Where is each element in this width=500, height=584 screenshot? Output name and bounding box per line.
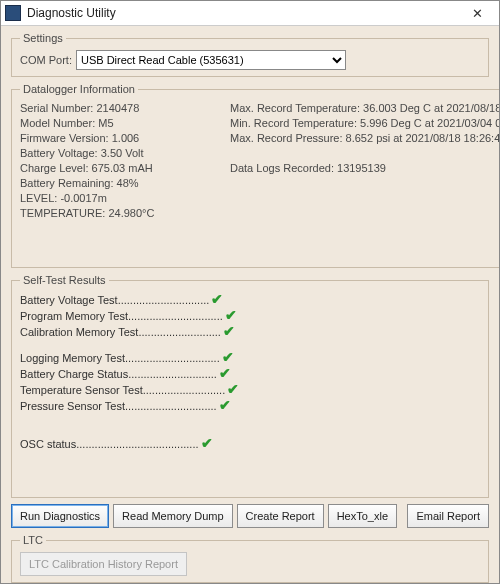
selftest-row: Temperature Sensor Test.................… (20, 382, 480, 398)
selftest-name: OSC status (20, 438, 76, 450)
ltc-legend: LTC (20, 534, 46, 546)
run-diagnostics-button[interactable]: Run Diagnostics (11, 504, 109, 528)
charge-level-label: Charge Level: (20, 162, 89, 174)
battery-remaining-value: 48% (117, 177, 139, 189)
datalogger-info-group: Datalogger Information Serial Number: 21… (11, 83, 499, 268)
level-label: LEVEL: (20, 192, 57, 204)
selftest-row: Battery Voltage Test....................… (20, 292, 480, 308)
level-value: -0.0017m (60, 192, 106, 204)
model-label: Model Number: (20, 117, 95, 129)
dots: ........................................ (76, 438, 198, 450)
check-icon: ✔ (199, 435, 215, 451)
selftest-row: Pressure Sensor Test....................… (20, 398, 480, 414)
selftest-row: Program Memory Test.....................… (20, 308, 480, 324)
selftest-name: Calibration Memory Test (20, 326, 138, 338)
read-memory-dump-button[interactable]: Read Memory Dump (113, 504, 232, 528)
dots: .............................. (118, 294, 210, 306)
selftest-name: Battery Voltage Test (20, 294, 118, 306)
max-press-label: Max. Record Pressure: (230, 132, 342, 144)
selftest-name: Pressure Sensor Test (20, 400, 125, 412)
ltc-group: LTC LTC Calibration History Report (11, 534, 489, 583)
battery-remaining-label: Battery Remaining: (20, 177, 114, 189)
logs-value: 13195139 (337, 162, 386, 174)
window-title: Diagnostic Utility (27, 6, 459, 20)
dots: .............................. (125, 400, 217, 412)
max-temp-label: Max. Record Temperature: (230, 102, 360, 114)
settings-group: Settings COM Port: USB Direct Read Cable… (11, 32, 489, 77)
com-port-label: COM Port: (20, 54, 72, 66)
selftest-name: Logging Memory Test (20, 352, 125, 364)
dots: ............................... (128, 310, 223, 322)
dots: ........................... (138, 326, 221, 338)
logs-label: Data Logs Recorded: (230, 162, 334, 174)
check-icon: ✔ (217, 397, 233, 413)
selftest-legend: Self-Test Results (20, 274, 109, 286)
charge-level-value: 675.03 mAH (92, 162, 153, 174)
firmware-label: Firmware Version: (20, 132, 109, 144)
check-icon: ✔ (223, 307, 239, 323)
titlebar: Diagnostic Utility ✕ (1, 1, 499, 26)
min-temp-label: Min. Record Temperature: (230, 117, 357, 129)
settings-legend: Settings (20, 32, 66, 44)
firmware-value: 1.006 (112, 132, 140, 144)
app-window: Diagnostic Utility ✕ Settings COM Port: … (0, 0, 500, 584)
temperature-value: 24.980°C (108, 207, 154, 219)
serial-value: 2140478 (96, 102, 139, 114)
selftest-name: Temperature Sensor Test (20, 384, 143, 396)
client-area: Settings COM Port: USB Direct Read Cable… (1, 26, 499, 583)
create-report-button[interactable]: Create Report (237, 504, 324, 528)
datalogger-info-legend: Datalogger Information (20, 83, 138, 95)
selftest-group: Self-Test Results Battery Voltage Test..… (11, 274, 489, 498)
dots: ............................... (125, 352, 220, 364)
check-icon: ✔ (225, 381, 241, 397)
selftest-row: Logging Memory Test.....................… (20, 350, 480, 366)
email-report-button[interactable]: Email Report (407, 504, 489, 528)
check-icon: ✔ (221, 323, 237, 339)
battery-voltage-label: Battery Voltage: (20, 147, 98, 159)
max-temp-value: 36.003 Deg C at 2021/08/18 18:26:49 (363, 102, 499, 114)
close-button[interactable]: ✕ (459, 2, 495, 24)
selftest-row: OSC status..............................… (20, 436, 480, 452)
com-port-select[interactable]: USB Direct Read Cable (535631) (76, 50, 346, 70)
min-temp-value: 5.996 Deg C at 2021/03/04 06:00:00 (360, 117, 499, 129)
check-icon: ✔ (220, 349, 236, 365)
check-icon: ✔ (217, 365, 233, 381)
dots: ............................. (128, 368, 217, 380)
temperature-label: TEMPERATURE: (20, 207, 105, 219)
selftest-name: Battery Charge Status (20, 368, 128, 380)
hexto-xle-button[interactable]: HexTo_xle (328, 504, 397, 528)
battery-voltage-value: 3.50 Volt (101, 147, 144, 159)
selftest-row: Battery Charge Status...................… (20, 366, 480, 382)
max-press-value: 8.652 psi at 2021/08/18 18:26:49 (346, 132, 499, 144)
dots: ........................... (143, 384, 226, 396)
action-button-row: Run Diagnostics Read Memory Dump Create … (11, 504, 489, 528)
ltc-calibration-history-button: LTC Calibration History Report (20, 552, 187, 576)
check-icon: ✔ (209, 291, 225, 307)
selftest-row: Calibration Memory Test.................… (20, 324, 480, 340)
serial-label: Serial Number: (20, 102, 93, 114)
app-icon (5, 5, 21, 21)
model-value: M5 (98, 117, 113, 129)
selftest-name: Program Memory Test (20, 310, 128, 322)
